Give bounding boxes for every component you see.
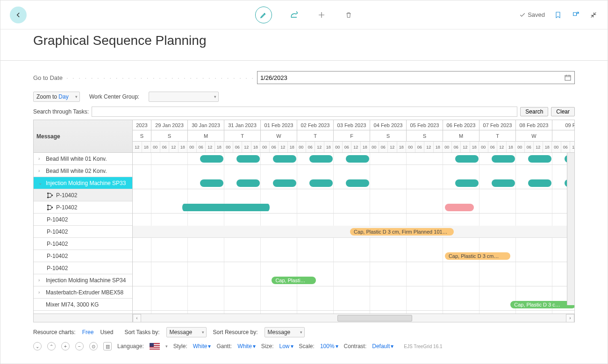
expand-all-icon[interactable]: ⌄ <box>33 342 42 350</box>
timeline-row[interactable]: Cap, Plastic D 3 cm, Firm Planned 101… <box>133 226 574 238</box>
date-header[interactable]: 06 Feb 2023 <box>443 120 479 130</box>
task-row[interactable]: P-10402 <box>34 250 132 262</box>
gantt-bar[interactable] <box>273 155 296 163</box>
timeline-row[interactable] <box>133 153 574 165</box>
language-flag-us[interactable] <box>150 343 160 350</box>
date-header[interactable]: 07 Feb 2023 <box>479 120 516 130</box>
gantt-bar[interactable]: Cap, Plastic D 3 cm, Firm Planned 101… <box>350 228 454 236</box>
gantt-bar[interactable] <box>492 179 515 187</box>
timeline-row[interactable] <box>133 177 574 189</box>
gantt-bar[interactable] <box>528 155 551 163</box>
gantt-value[interactable]: White ▾ <box>237 343 256 350</box>
hour-header: 00 <box>260 142 270 152</box>
search-button[interactable]: Search <box>520 107 548 116</box>
size-value[interactable]: Low ▾ <box>279 343 293 350</box>
goto-date-input[interactable] <box>260 74 564 81</box>
gantt-bar[interactable] <box>236 155 260 163</box>
timeline-row[interactable]: Cap, Plastic D 3 cm… <box>133 250 574 262</box>
task-row[interactable]: P-10402 <box>34 238 132 250</box>
bookmark-icon[interactable] <box>553 10 563 20</box>
gantt-bar[interactable] <box>273 179 296 187</box>
date-header[interactable]: 31 Jan 2023 <box>224 120 261 130</box>
gantt-bar[interactable] <box>182 204 270 211</box>
sort-tasks-select[interactable]: Message <box>166 327 207 337</box>
scroll-right-arrow[interactable]: › <box>566 314 574 322</box>
resource-row[interactable]: ›Bead Mill white 02 Konv. <box>34 165 132 177</box>
resource-row[interactable]: ›Injection Molding Machine SP34 <box>34 274 132 286</box>
zoom-out-icon[interactable]: − <box>75 342 84 350</box>
gantt-bar[interactable] <box>445 204 474 211</box>
sort-resource-select[interactable]: Message <box>265 327 305 337</box>
resource-used-link[interactable]: Used <box>100 329 113 335</box>
task-row[interactable]: P-10402 <box>34 226 132 238</box>
date-header[interactable]: 05 Feb 2023 <box>407 120 443 130</box>
collapse-all-icon[interactable]: ⌃ <box>47 342 56 350</box>
gantt-bar[interactable] <box>346 179 369 187</box>
date-header[interactable]: 2023 <box>133 120 151 130</box>
columns-icon[interactable]: ▥ <box>103 342 112 350</box>
date-header[interactable]: 01 Feb 2023 <box>261 120 297 130</box>
back-button[interactable] <box>10 7 27 23</box>
gantt-bar[interactable] <box>309 179 333 187</box>
clear-button[interactable]: Clear <box>551 107 575 116</box>
task-row[interactable]: P-10402 <box>34 214 132 226</box>
date-header[interactable]: 30 Jan 2023 <box>188 120 224 130</box>
left-column-header[interactable]: Message <box>34 120 132 153</box>
goto-date-field[interactable] <box>257 71 575 84</box>
resource-free-link[interactable]: Free <box>82 329 94 335</box>
work-center-select[interactable] <box>149 92 219 102</box>
resource-row[interactable]: ›Bead Mill white 01 Konv. <box>34 153 132 165</box>
style-value[interactable]: White ▾ <box>193 343 211 350</box>
add-icon[interactable] <box>317 10 326 20</box>
edit-button[interactable] <box>255 7 272 23</box>
gantt-bar[interactable]: Cap, Plastic D 3 c… <box>510 301 574 308</box>
scroll-thumb[interactable] <box>337 315 412 321</box>
resource-row[interactable]: ›Masterbatch-Extruder MBEX58 <box>34 286 132 299</box>
share-icon[interactable] <box>290 10 299 20</box>
gantt-bar[interactable] <box>200 155 223 163</box>
gantt-left-pane: Message ›Bead Mill white 01 Konv.›Bead M… <box>34 120 133 314</box>
gantt-bar[interactable] <box>309 155 333 163</box>
timeline-row[interactable] <box>133 201 574 214</box>
date-header[interactable]: 03 Feb 2023 <box>334 120 370 130</box>
date-header[interactable]: 04 Feb 2023 <box>370 120 407 130</box>
gantt-bar[interactable] <box>455 155 479 163</box>
timeline-row[interactable]: Cap, Plastic D 3 c… <box>133 299 574 311</box>
zoom-fit-icon[interactable]: ⊙ <box>89 342 98 350</box>
task-row[interactable]: P-10402 <box>34 201 132 214</box>
date-header[interactable]: 02 Feb 2023 <box>297 120 334 130</box>
scale-value[interactable]: 100% ▾ <box>320 343 338 350</box>
zoom-select[interactable]: Zoom to Day <box>33 92 80 102</box>
resource-row[interactable]: Mixer MI74, 3000 KG <box>34 299 132 311</box>
svg-rect-10 <box>150 348 160 349</box>
row-label: P-10402 <box>56 192 77 199</box>
gantt-bar[interactable]: Cap, Plasti… <box>272 277 316 284</box>
day-header: M <box>188 130 224 141</box>
popout-icon[interactable] <box>571 10 580 20</box>
gantt-bar[interactable] <box>346 155 369 163</box>
gantt-bar[interactable] <box>492 155 515 163</box>
delete-icon[interactable] <box>344 10 353 20</box>
gantt-bar[interactable] <box>200 179 223 187</box>
gantt-bar[interactable]: Cap, Plastic D 3 cm… <box>445 252 510 260</box>
contrast-value[interactable]: Default ▾ <box>372 343 393 350</box>
resource-row[interactable]: ⌄Injection Molding Machine SP33 <box>34 177 132 189</box>
date-header[interactable]: 09 F <box>552 120 574 130</box>
timeline-row[interactable]: Cap, Plasti… <box>133 274 574 286</box>
search-input[interactable] <box>92 107 517 117</box>
task-row[interactable]: P-10402 <box>34 262 132 274</box>
zoom-in-icon[interactable]: + <box>61 342 70 350</box>
gantt-bar[interactable] <box>528 179 551 187</box>
horizontal-scrollbar[interactable]: ‹ › <box>34 314 574 322</box>
gantt-timeline[interactable]: 202329 Jan 202330 Jan 202331 Jan 202301 … <box>133 120 574 314</box>
task-row[interactable]: P-10402 <box>34 189 132 201</box>
date-header[interactable]: 29 Jan 2023 <box>151 120 188 130</box>
collapse-icon[interactable] <box>589 10 598 20</box>
calendar-icon[interactable] <box>564 74 572 81</box>
vertical-scrollbar[interactable] <box>567 153 574 305</box>
gantt-bar[interactable] <box>236 179 260 187</box>
gantt-bar[interactable] <box>455 179 479 187</box>
hour-header: 00 <box>552 142 561 152</box>
scroll-left-arrow[interactable]: ‹ <box>133 314 141 322</box>
date-header[interactable]: 08 Feb 2023 <box>516 120 552 130</box>
